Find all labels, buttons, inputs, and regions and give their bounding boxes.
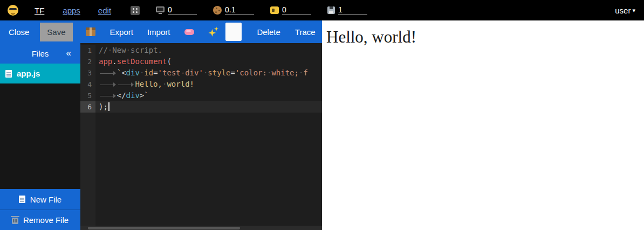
top-bar: TF apps edit 0 0.1 0 1 user ▾ bbox=[0, 0, 644, 20]
close-button[interactable]: Close bbox=[9, 27, 29, 37]
remove-file-button[interactable]: Remove File bbox=[0, 210, 80, 230]
nav-link-apps[interactable]: apps bbox=[63, 6, 80, 15]
stat-cookie-value[interactable]: 0.1 bbox=[225, 5, 254, 15]
code-token: div bbox=[126, 91, 140, 100]
trace-button[interactable]: Trace bbox=[295, 27, 316, 37]
smiley-face-icon[interactable] bbox=[8, 5, 18, 16]
remove-file-label: Remove File bbox=[23, 215, 68, 225]
gutter-line-number: 3 bbox=[80, 67, 95, 79]
gutter-line-number: 4 bbox=[80, 79, 95, 90]
code-token: id bbox=[144, 68, 153, 77]
file-list-empty-area bbox=[0, 83, 80, 189]
package-icon bbox=[86, 27, 95, 36]
sparkles-icon bbox=[208, 26, 219, 37]
gutter-line-number: 1 bbox=[80, 45, 95, 56]
editor-inner: 123456 //·New·script.app.setDocument(`<d… bbox=[80, 43, 322, 230]
code-token: . bbox=[112, 57, 117, 66]
stat-floppy: 1 bbox=[327, 5, 367, 15]
new-file-button[interactable]: New File bbox=[0, 189, 80, 210]
trash-icon bbox=[12, 218, 18, 224]
code-token: style bbox=[208, 68, 230, 77]
code-token: ` bbox=[144, 91, 148, 100]
collapse-panel-button[interactable]: « bbox=[63, 43, 74, 64]
editor-toolbar: Close Save Export Import Delete Trace bbox=[0, 20, 322, 43]
code-token: ` bbox=[117, 68, 121, 77]
stat-token: 0 bbox=[270, 5, 311, 15]
user-menu-label: user bbox=[615, 6, 631, 15]
gutter-line-number: 6 bbox=[80, 101, 95, 113]
monitor-icon bbox=[156, 6, 165, 12]
sparkles-button[interactable] bbox=[208, 26, 219, 37]
stat-cookie: 0.1 bbox=[213, 5, 254, 15]
code-line[interactable]: </div>` bbox=[95, 90, 322, 101]
rendered-hello-text: Hello, world! bbox=[326, 27, 644, 47]
new-file-label: New File bbox=[30, 195, 61, 204]
file-item-label: app.js bbox=[17, 69, 40, 78]
space-whitespace-marker: · bbox=[126, 46, 131, 54]
code-token: New bbox=[112, 46, 126, 54]
brand-link[interactable]: TF bbox=[35, 6, 44, 15]
cookie-icon bbox=[213, 6, 222, 15]
stat-token-value[interactable]: 0 bbox=[282, 5, 311, 15]
code-line[interactable]: Hello,·world! bbox=[95, 79, 322, 90]
tab-whitespace-marker bbox=[99, 69, 117, 77]
rendered-output-region: Hello, world! bbox=[322, 20, 644, 230]
gutter-line-number: 5 bbox=[80, 90, 95, 101]
code-line[interactable]: app.setDocument( bbox=[95, 56, 322, 67]
editor-code[interactable]: //·New·script.app.setDocument(`<div·id='… bbox=[95, 45, 322, 230]
code-token: white; bbox=[271, 68, 299, 77]
code-token: </ bbox=[117, 91, 126, 100]
file-icon bbox=[5, 70, 12, 78]
code-token: 'color: bbox=[235, 68, 267, 77]
tab-whitespace-marker bbox=[99, 81, 117, 88]
import-button[interactable]: Import bbox=[147, 27, 170, 37]
code-token: app bbox=[99, 57, 112, 66]
tab-whitespace-marker bbox=[117, 81, 135, 88]
code-line[interactable]: `<div·id='test-div'·style='color:·white;… bbox=[95, 67, 322, 79]
dice-icon[interactable] bbox=[131, 6, 140, 15]
stat-monitor: 0 bbox=[156, 5, 197, 15]
code-editor[interactable]: 123456 //·New·script.app.setDocument(`<d… bbox=[80, 43, 322, 230]
code-line[interactable]: //·New·script. bbox=[95, 45, 322, 56]
code-token: // bbox=[99, 46, 108, 54]
stat-monitor-value[interactable]: 0 bbox=[168, 5, 197, 15]
chevron-down-icon: ▾ bbox=[632, 7, 635, 14]
nav-link-edit[interactable]: edit bbox=[98, 6, 111, 15]
code-token: < bbox=[121, 68, 126, 77]
text-cursor bbox=[108, 102, 109, 111]
stat-floppy-value[interactable]: 1 bbox=[338, 5, 367, 15]
floppy-disk-icon bbox=[327, 6, 335, 14]
editor-gutter: 123456 bbox=[80, 45, 95, 230]
tab-whitespace-marker bbox=[99, 92, 117, 100]
user-menu[interactable]: user ▾ bbox=[615, 6, 635, 15]
code-token: setDocument bbox=[117, 57, 167, 66]
blank-button[interactable] bbox=[225, 23, 242, 41]
package-button[interactable] bbox=[86, 27, 95, 36]
file-item-appjs[interactable]: app.js bbox=[0, 64, 80, 83]
soap-icon bbox=[184, 29, 194, 35]
delete-button[interactable]: Delete bbox=[257, 27, 280, 37]
scrollbar-thumb[interactable] bbox=[88, 227, 240, 229]
soap-button[interactable] bbox=[184, 29, 194, 35]
files-panel-title: Files bbox=[32, 49, 49, 58]
horizontal-scrollbar[interactable] bbox=[80, 226, 322, 230]
code-line[interactable]: ); bbox=[95, 101, 322, 113]
code-token: 'test-div' bbox=[158, 68, 203, 77]
new-file-icon bbox=[19, 196, 25, 203]
files-panel: Files « app.js New File Remove File bbox=[0, 43, 80, 230]
code-token: f bbox=[303, 68, 307, 77]
code-token: ( bbox=[167, 57, 171, 66]
gutter-line-number: 2 bbox=[80, 56, 95, 67]
code-token: world! bbox=[167, 80, 194, 88]
export-button[interactable]: Export bbox=[110, 27, 133, 37]
code-token: ); bbox=[99, 102, 108, 111]
code-token: script. bbox=[131, 46, 162, 54]
code-token: = bbox=[231, 68, 235, 77]
code-token: div bbox=[126, 68, 140, 77]
files-panel-header: Files « bbox=[0, 43, 80, 64]
code-token: Hello, bbox=[135, 80, 162, 88]
code-token: = bbox=[153, 68, 157, 77]
token-icon bbox=[270, 6, 279, 14]
save-button[interactable]: Save bbox=[40, 23, 72, 41]
